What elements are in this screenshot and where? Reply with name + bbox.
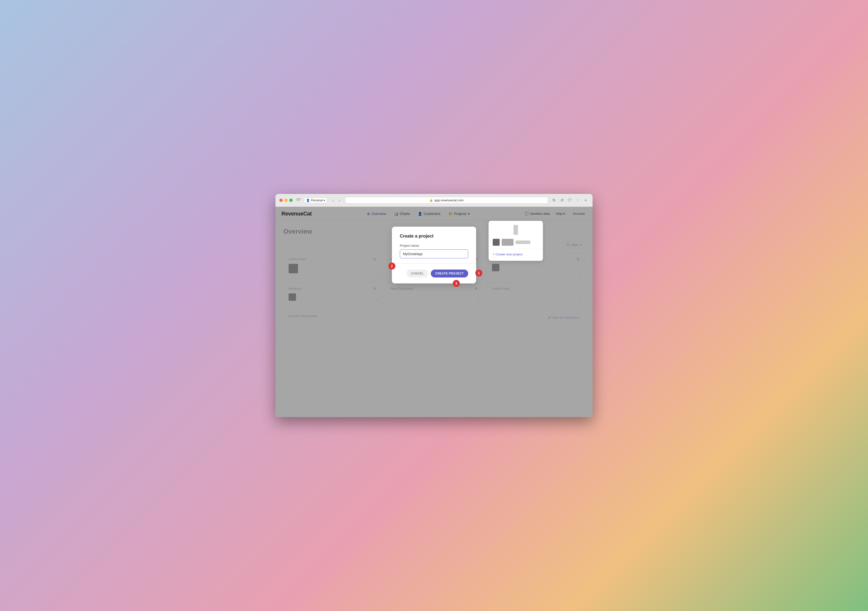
minimize-button[interactable] <box>284 199 288 202</box>
back-button[interactable]: ‹ <box>330 197 336 203</box>
nav-arrows: ‹ › <box>330 197 342 203</box>
dropdown-divider <box>489 249 543 249</box>
share-button[interactable]: ↑ <box>575 197 581 203</box>
project-name-label: Project name: <box>400 244 468 247</box>
cancel-button[interactable]: CANCEL <box>406 269 428 277</box>
close-button[interactable] <box>279 199 283 202</box>
traffic-lights <box>279 199 293 202</box>
modal-actions: CANCEL CREATE PROJECT <box>400 269 468 277</box>
dropdown-project-icon-2 <box>502 239 513 246</box>
app-content: RevenueCat ⊞ Overview 📊 Charts 👤 Custome… <box>276 207 592 417</box>
create-new-project-item[interactable]: + Create new project <box>489 250 543 259</box>
dropdown-top-placeholder-row <box>489 223 543 237</box>
modal-divider <box>392 263 476 264</box>
address-bar[interactable]: 🔒 app.revenuecat.com <box>345 197 548 204</box>
dropdown-projects-row <box>489 237 543 248</box>
dropdown-top-placeholder <box>513 225 518 235</box>
browser-titlebar: 👤 Personal ▾ ‹ › 🔒 app.revenuecat.com ↻ … <box>276 194 592 207</box>
sidebar-toggle-button[interactable] <box>296 199 301 202</box>
profile-label: Personal <box>311 199 322 202</box>
modal-title: Create a project <box>400 233 468 239</box>
forward-button[interactable]: › <box>336 197 342 203</box>
project-name-input[interactable] <box>400 249 468 258</box>
step-badge-2: 2 <box>388 263 395 269</box>
reload-button[interactable]: ↻ <box>551 197 557 203</box>
url-text: app.revenuecat.com <box>434 198 464 202</box>
maximize-button[interactable] <box>289 199 293 202</box>
shield-icon: 🛡 <box>567 197 573 203</box>
modal-overlay: 2 Create a project Project name: CANCEL … <box>276 207 592 417</box>
projects-dropdown: + Create new project 1 <box>488 221 543 261</box>
create-project-modal: 2 Create a project Project name: CANCEL … <box>392 227 476 283</box>
step-badge-3: 3 <box>453 280 460 287</box>
create-project-button[interactable]: CREATE PROJECT <box>431 269 468 277</box>
step-badge-1: 1 <box>475 269 482 277</box>
profile-icon: 👤 <box>306 199 310 202</box>
create-new-project-label: + Create new project <box>493 252 522 256</box>
lock-icon: 🔒 <box>429 199 433 202</box>
browser-actions: ↻ ↺ 🛡 ↑ + <box>551 197 589 203</box>
dropdown-project-icon-1 <box>493 239 500 246</box>
profile-pill[interactable]: 👤 Personal ▾ <box>304 197 327 203</box>
dropdown-project-text <box>516 241 530 244</box>
browser-action-1[interactable]: ↺ <box>559 197 565 203</box>
new-tab-button[interactable]: + <box>583 197 589 203</box>
chevron-down-icon: ▾ <box>324 199 325 202</box>
